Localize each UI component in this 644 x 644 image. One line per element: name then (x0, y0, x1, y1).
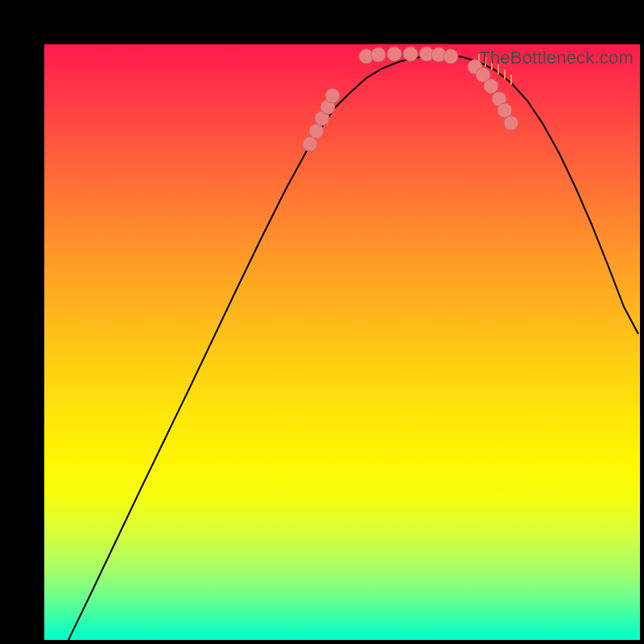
data-point (303, 137, 317, 151)
data-point (444, 49, 458, 64)
data-point (403, 47, 418, 61)
data-dots (44, 44, 640, 640)
data-point (484, 79, 498, 93)
data-point (309, 124, 324, 138)
data-point (325, 89, 340, 103)
data-point (497, 103, 512, 118)
plot-area: TheBottleneck.com (44, 44, 640, 640)
chart-frame: TheBottleneck.com (20, 20, 624, 624)
watermark-text: TheBottleneck.com (479, 47, 634, 68)
data-point (371, 47, 386, 62)
data-point (504, 116, 518, 130)
data-point (387, 47, 402, 61)
